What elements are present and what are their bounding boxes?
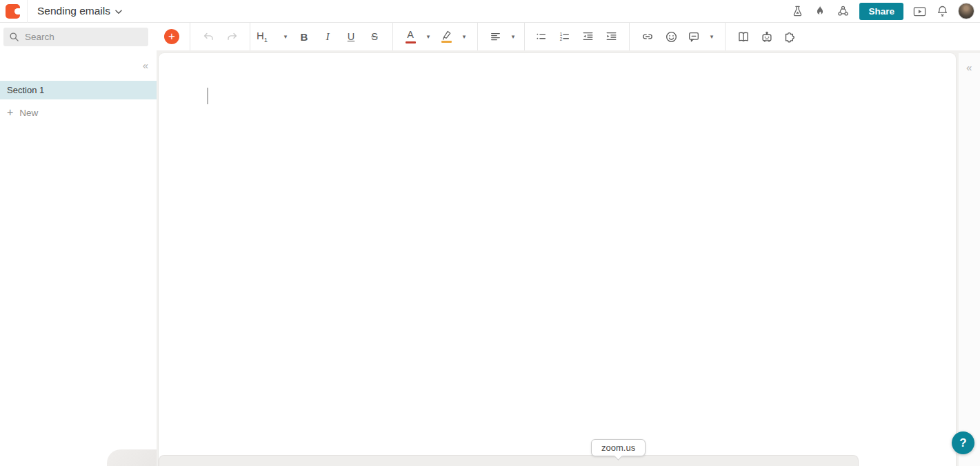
- sidebar-item-section-1[interactable]: Section 1: [0, 81, 157, 99]
- collapse-right-panel-icon[interactable]: «: [966, 62, 972, 72]
- numbered-list-button[interactable]: 1 2: [552, 25, 576, 48]
- text-cursor: [207, 88, 208, 104]
- collapse-sidebar-icon[interactable]: «: [143, 60, 148, 70]
- toolbar-divider: [725, 23, 726, 50]
- formatting-toolbar: + H1 ▾ B I U S A: [163, 23, 802, 50]
- user-avatar[interactable]: [958, 3, 974, 19]
- insert-plus-button[interactable]: +: [164, 29, 179, 44]
- coda-logo[interactable]: [6, 4, 20, 19]
- undo-button[interactable]: [197, 25, 220, 48]
- right-collapsed-panel: «: [959, 53, 980, 466]
- automation-robot-icon[interactable]: [755, 25, 779, 48]
- heading-style-dropdown[interactable]: H1 ▾: [257, 25, 292, 48]
- link-button[interactable]: [636, 25, 659, 48]
- doc-title-menu[interactable]: Sending emails: [37, 5, 122, 17]
- dropdown-caret-icon: ▾: [705, 34, 719, 40]
- embed-url-tooltip: zoom.us: [591, 439, 646, 456]
- doc-map-book-icon[interactable]: [732, 25, 755, 48]
- bold-button[interactable]: B: [292, 25, 316, 48]
- alignment-dropdown[interactable]: ▾: [484, 25, 520, 48]
- packs-puzzle-icon[interactable]: [779, 25, 802, 48]
- video-tutorial-icon[interactable]: [910, 2, 928, 20]
- redo-button[interactable]: [220, 25, 243, 48]
- highlight-color-dropdown[interactable]: ▾: [435, 25, 471, 48]
- toolbar-divider: [524, 23, 525, 50]
- search-box[interactable]: [3, 28, 148, 46]
- text-color-dropdown[interactable]: A ▾: [399, 25, 435, 48]
- pages-sidebar: « Section 1 + New: [0, 50, 157, 466]
- dropdown-caret-icon: ▾: [279, 34, 292, 40]
- chevron-down-icon: [115, 10, 122, 14]
- svg-text:2: 2: [559, 37, 562, 41]
- zoom-embed-block[interactable]: [159, 455, 859, 466]
- bullet-list-button[interactable]: [529, 25, 552, 48]
- bell-icon[interactable]: [933, 2, 951, 20]
- search-input[interactable]: [25, 32, 135, 42]
- indent-button[interactable]: [599, 25, 623, 48]
- plus-icon: +: [7, 107, 13, 118]
- header-divider: [27, 0, 28, 23]
- toolbar-divider: [190, 23, 190, 50]
- bottom-left-panel-corner: [107, 449, 157, 466]
- share-button[interactable]: Share: [859, 3, 903, 20]
- coda-logo-notch: [14, 8, 20, 14]
- flame-icon[interactable]: [811, 2, 829, 20]
- dropdown-caret-icon: ▾: [421, 34, 435, 40]
- new-page-button[interactable]: + New: [7, 104, 38, 121]
- help-button[interactable]: ?: [952, 431, 974, 454]
- italic-button[interactable]: I: [316, 25, 339, 48]
- doc-title: Sending emails: [37, 5, 110, 17]
- toolbar-row: + H1 ▾ B I U S A: [0, 23, 980, 50]
- highlighter-icon: [435, 30, 457, 43]
- toolbar-divider: [392, 23, 393, 50]
- toolbar-divider: [250, 23, 250, 50]
- toolbar-divider: [629, 23, 630, 50]
- automation-spinner-icon[interactable]: [834, 2, 852, 20]
- text-color-icon: A: [399, 30, 421, 43]
- dropdown-caret-icon: ▾: [457, 34, 471, 40]
- heading-icon: H1: [257, 30, 279, 43]
- section-label: Section 1: [7, 85, 44, 95]
- dropdown-caret-icon: ▾: [506, 34, 520, 40]
- comment-dropdown[interactable]: ▾: [683, 25, 719, 48]
- app-header: Sending emails Share: [0, 0, 980, 23]
- document-canvas[interactable]: [159, 53, 956, 466]
- search-icon: [9, 32, 19, 42]
- header-actions: Share: [783, 2, 980, 20]
- underline-button[interactable]: U: [339, 25, 363, 48]
- align-left-icon: [484, 31, 506, 42]
- outdent-button[interactable]: [576, 25, 599, 48]
- strikethrough-button[interactable]: S: [363, 25, 386, 48]
- toolbar-divider: [477, 23, 478, 50]
- emoji-button[interactable]: [659, 25, 683, 48]
- comment-icon: [683, 30, 705, 43]
- labs-flask-icon[interactable]: [788, 2, 806, 20]
- svg-text:1: 1: [559, 32, 562, 37]
